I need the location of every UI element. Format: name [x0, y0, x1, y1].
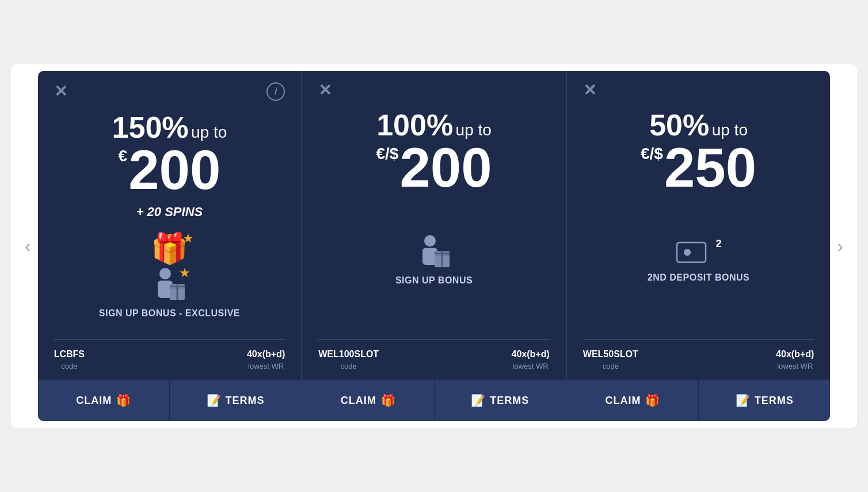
person-gift-composite: ★ — [149, 268, 189, 302]
card-2-code-value: WEL100SLOT — [318, 349, 379, 359]
deposit-icon-composite: 2 — [676, 238, 722, 267]
card-1-wr-value: 40x(b+d) — [247, 349, 285, 359]
close-icon-2[interactable]: ✕ — [318, 82, 332, 99]
card-2-wr-col: 40x(b+d) lowest WR — [512, 349, 550, 370]
terms-icon-1: 📝 — [207, 393, 221, 407]
card-2-percent-row: 100% up to — [318, 110, 550, 140]
card-3-wr-col: 40x(b+d) lowest WR — [776, 349, 814, 370]
card-1-currency: € — [119, 148, 128, 164]
card-3-footer: CLAIM 🎁 📝 TERMS — [567, 380, 831, 421]
deposit-num-label: 2 — [716, 238, 722, 250]
card-2-icons-row: ✕ — [318, 82, 550, 99]
svg-rect-12 — [677, 243, 706, 262]
card-3-info-row: WEL50SLOT code 40x(b+d) lowest WR — [567, 340, 831, 380]
cards-container: ✕ i 150% up to € 200 + 20 SPINS — [38, 71, 831, 421]
card-2-terms-button[interactable]: 📝 TERMS — [435, 380, 566, 421]
card-3-code-col: WEL50SLOT code — [583, 349, 638, 370]
card-3-currency: €/$ — [641, 146, 663, 162]
card-3-code-value: WEL50SLOT — [583, 349, 638, 359]
card-2-code-col: WEL100SLOT code — [318, 349, 379, 370]
card-3-top: ✕ 50% up to €/$ 250 — [567, 71, 831, 339]
card-2-wr-value: 40x(b+d) — [512, 349, 550, 359]
svg-point-6 — [424, 235, 436, 247]
card-1-code-label: code — [61, 362, 77, 370]
card-2-headline: 100% up to €/$ 200 — [318, 110, 550, 198]
bonus-cards-wrapper: ‹ ✕ i 150% up to € 200 — [11, 64, 857, 428]
gift-icon-2: 🎁 — [381, 393, 395, 407]
card-3-amount-row: €/$ 250 — [583, 140, 814, 195]
card-3-amount: 250 — [664, 140, 756, 195]
card-2-claim-button[interactable]: CLAIM 🎁 — [302, 380, 434, 421]
card-2-amount-row: €/$ 200 — [318, 140, 550, 195]
card-3-code-label: code — [603, 362, 619, 370]
card-2-bonus-type: SIGN UP BONUS — [395, 275, 473, 286]
card-2-top: ✕ 100% up to €/$ 200 — [302, 71, 566, 339]
card-1-spins: + 20 SPINS — [54, 205, 285, 219]
deposit-card-svg — [676, 238, 716, 267]
card-2-amount: 200 — [399, 140, 492, 195]
card-1-bonus-type: SIGN UP BONUS - EXCLUSIVE — [99, 308, 240, 319]
bonus-card-1: ✕ i 150% up to € 200 + 20 SPINS — [38, 71, 302, 421]
card-3-type-section: 2 2ND DEPOSIT BONUS — [583, 202, 814, 319]
card-1-code-value: LCBFS — [54, 349, 85, 359]
star-overlay-icon: ★ — [179, 266, 191, 281]
close-icon[interactable]: ✕ — [54, 84, 67, 100]
star-badge-icon: ★ — [182, 231, 194, 246]
card-3-wr-value: 40x(b+d) — [776, 349, 814, 359]
terms-icon-3: 📝 — [736, 393, 750, 407]
card-1-headline: 150% up to € 200 — [54, 112, 285, 200]
card-1-footer: CLAIM 🎁 📝 TERMS — [38, 380, 302, 421]
terms-icon-2: 📝 — [471, 393, 485, 407]
prev-arrow-button[interactable]: ‹ — [18, 230, 38, 262]
card-1-amount: 200 — [128, 142, 220, 198]
card-3-terms-button[interactable]: 📝 TERMS — [699, 380, 830, 421]
bonus-card-3: ✕ 50% up to €/$ 250 — [567, 71, 831, 421]
card-1-percent-row: 150% up to — [54, 112, 285, 142]
card-1-icons-row: ✕ i — [54, 82, 285, 101]
card-1-top: ✕ i 150% up to € 200 + 20 SPINS — [38, 71, 302, 339]
card-1-claim-button[interactable]: CLAIM 🎁 — [38, 380, 170, 421]
card-1-terms-label: TERMS — [226, 395, 265, 407]
person-with-gift-svg-2 — [414, 235, 454, 270]
card-1-code-col: LCBFS code — [54, 349, 85, 370]
card-3-claim-button[interactable]: CLAIM 🎁 — [567, 380, 699, 421]
gift-icon-3: 🎁 — [645, 393, 660, 407]
svg-point-13 — [684, 249, 691, 256]
card-1-wr-col: 40x(b+d) lowest WR — [247, 349, 285, 370]
card-1-type-section: 🎁 ★ — [54, 233, 285, 319]
person-gift-composite-2 — [414, 235, 454, 270]
card-2-info-row: WEL100SLOT code 40x(b+d) lowest WR — [302, 340, 566, 380]
info-icon[interactable]: i — [267, 82, 285, 101]
close-icon-3[interactable]: ✕ — [583, 82, 596, 99]
card-2-type-section: SIGN UP BONUS — [318, 202, 550, 319]
card-1-amount-row: € 200 — [54, 142, 285, 198]
person-gift-star-icon: 🎁 ★ — [151, 233, 188, 263]
card-2-terms-label: TERMS — [490, 395, 529, 407]
card-2-wr-label: lowest WR — [513, 362, 549, 370]
card-2-currency: €/$ — [376, 146, 398, 162]
bonus-card-2: ✕ 100% up to €/$ 200 — [302, 71, 566, 421]
card-3-claim-label: CLAIM — [605, 395, 641, 407]
card-3-icons-row: ✕ — [583, 82, 814, 99]
card-1-claim-label: CLAIM — [76, 395, 112, 407]
card-1-terms-button[interactable]: 📝 TERMS — [170, 380, 301, 421]
card-2-claim-label: CLAIM — [341, 395, 376, 407]
card-1-wr-label: lowest WR — [248, 362, 284, 370]
card-3-percent-row: 50% up to — [583, 110, 814, 140]
card-3-wr-label: lowest WR — [777, 362, 813, 370]
card-1-info-row: LCBFS code 40x(b+d) lowest WR — [38, 340, 302, 380]
next-arrow-button[interactable]: › — [830, 230, 850, 262]
gift-icon-1: 🎁 — [116, 393, 131, 407]
card-3-bonus-type: 2ND DEPOSIT BONUS — [648, 273, 749, 283]
card-3-terms-label: TERMS — [755, 395, 794, 407]
card-3-headline: 50% up to €/$ 250 — [583, 110, 814, 198]
card-2-footer: CLAIM 🎁 📝 TERMS — [302, 380, 566, 421]
card-2-code-label: code — [341, 362, 357, 370]
svg-point-0 — [159, 268, 171, 279]
